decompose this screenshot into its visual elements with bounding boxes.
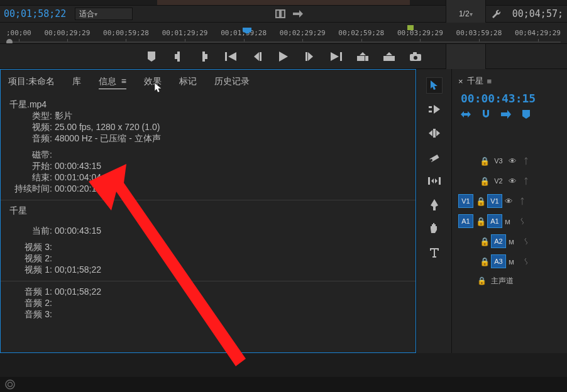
chevron-down-icon xyxy=(94,9,97,18)
svg-marker-35 xyxy=(461,111,471,117)
panel-menu-icon[interactable]: ≡ xyxy=(121,76,126,86)
svg-marker-26 xyxy=(429,130,432,136)
add-marker-button[interactable] xyxy=(145,50,158,63)
timeline-toolbar xyxy=(456,109,567,120)
timeline-title[interactable]: 千星 xyxy=(467,75,483,87)
eye-icon[interactable]: 👁 xyxy=(509,177,521,186)
overwrite-button[interactable] xyxy=(383,50,395,63)
source-a1[interactable]: A1 xyxy=(458,214,473,228)
eye-icon[interactable]: 👁 xyxy=(505,197,517,206)
tab-history[interactable]: 历史记录 xyxy=(214,76,250,89)
track-select-tool[interactable] xyxy=(427,102,442,117)
svg-marker-37 xyxy=(507,110,511,119)
track-row-v2[interactable]: 🔒 V2 👁 ᛏ xyxy=(456,172,567,190)
tab-project[interactable]: 项目:未命名 xyxy=(8,76,55,89)
svg-marker-4 xyxy=(299,10,303,18)
lock-icon[interactable]: 🔒 xyxy=(480,257,488,266)
duration-timecode-right: 00;04;57; xyxy=(507,8,563,19)
linked-selection-icon[interactable] xyxy=(500,109,512,120)
timeline-panel: × 千星 ≡ 00:00:43:15 🔒 V3 👁 ᛏ 🔒 V2 👁 xyxy=(451,69,567,353)
step-forward-button[interactable] xyxy=(304,50,316,63)
go-to-out-button[interactable] xyxy=(330,50,343,63)
svg-rect-1 xyxy=(277,11,279,17)
snap-icon[interactable] xyxy=(460,109,472,120)
lock-icon[interactable]: 🔒 xyxy=(476,217,485,226)
svg-marker-6 xyxy=(228,52,236,61)
step-back-button[interactable] xyxy=(251,50,263,63)
tab-info[interactable]: 信息 ≡ xyxy=(99,76,126,89)
playhead[interactable] xyxy=(243,28,251,34)
lock-icon[interactable]: 🔒 xyxy=(480,156,488,166)
svg-point-38 xyxy=(6,380,14,389)
svg-rect-36 xyxy=(501,112,507,116)
time-ruler[interactable]: ;00;00 00;00;29;29 00;00;59;28 00;01;29;… xyxy=(0,23,567,44)
mark-in-button[interactable] xyxy=(172,50,184,63)
pen-tool[interactable] xyxy=(427,197,442,212)
mouse-cursor-icon xyxy=(154,82,163,94)
svg-point-30 xyxy=(430,159,432,161)
svg-rect-8 xyxy=(260,52,261,61)
tab-library[interactable]: 库 xyxy=(72,76,81,89)
type-tool[interactable] xyxy=(427,245,442,260)
svg-rect-13 xyxy=(340,52,342,61)
track-label-v2[interactable]: V2 xyxy=(491,174,506,188)
track-row-v1[interactable]: V1 🔒 V1 👁 ᛏ xyxy=(456,192,567,210)
razor-tool[interactable] xyxy=(427,150,442,165)
current-timecode-left[interactable]: 00;01;58;22 xyxy=(4,8,71,19)
svg-rect-5 xyxy=(225,52,227,61)
timeline-timecode[interactable]: 00:00:43:15 xyxy=(456,87,567,109)
svg-marker-18 xyxy=(386,52,392,55)
markers-icon[interactable] xyxy=(520,109,532,120)
go-to-in-button[interactable] xyxy=(224,50,237,63)
svg-rect-10 xyxy=(306,52,307,61)
reel-icon[interactable] xyxy=(273,8,287,20)
lock-icon[interactable]: 🔒 xyxy=(477,276,486,285)
sequence-name: 千星 xyxy=(9,205,407,217)
track-row-v3[interactable]: 🔒 V3 👁 ᛏ xyxy=(456,151,567,170)
creative-cloud-icon[interactable] xyxy=(5,379,15,389)
svg-rect-31 xyxy=(428,177,430,185)
svg-point-39 xyxy=(8,383,13,387)
svg-rect-2 xyxy=(282,11,284,17)
ripple-edit-tool[interactable] xyxy=(427,126,442,141)
svg-marker-16 xyxy=(360,52,366,55)
source-v1[interactable]: V1 xyxy=(458,194,473,208)
svg-rect-24 xyxy=(429,111,432,112)
mark-out-button[interactable] xyxy=(198,50,211,63)
zoom-dropdown[interactable]: 适合 xyxy=(75,8,133,20)
scrub-handle[interactable] xyxy=(6,39,13,44)
eye-icon[interactable]: 👁 xyxy=(509,156,521,166)
svg-rect-15 xyxy=(365,56,368,61)
svg-rect-17 xyxy=(383,56,395,61)
track-label-v3[interactable]: V3 xyxy=(491,154,506,168)
play-button[interactable] xyxy=(277,50,290,63)
panel-menu-icon[interactable]: ≡ xyxy=(487,77,492,86)
tab-markers[interactable]: 标记 xyxy=(179,76,197,89)
slip-tool[interactable] xyxy=(427,173,442,188)
track-label-a3[interactable]: A3 xyxy=(491,254,506,268)
svg-rect-14 xyxy=(357,56,365,61)
scrub-bar[interactable] xyxy=(6,41,561,43)
hand-tool[interactable] xyxy=(427,221,442,236)
insert-button[interactable] xyxy=(356,50,369,63)
mute-icon[interactable]: м xyxy=(505,217,517,226)
selection-tool[interactable] xyxy=(427,78,442,93)
track-label-a2[interactable]: A2 xyxy=(491,234,506,248)
magnet-icon[interactable] xyxy=(480,109,492,120)
track-row-a3[interactable]: 🔒 A3 м ᛊ xyxy=(456,252,567,271)
mute-icon[interactable]: м xyxy=(509,237,521,246)
export-frame-button[interactable] xyxy=(409,50,422,63)
wrench-icon[interactable] xyxy=(490,8,504,20)
track-label-v1[interactable]: V1 xyxy=(487,194,502,208)
master-track[interactable]: 🔒 主声道 xyxy=(456,272,567,290)
close-icon[interactable]: × xyxy=(458,77,463,86)
track-row-a1[interactable]: A1 🔒 A1 м ᛊ xyxy=(456,212,567,231)
out-icon[interactable] xyxy=(291,8,305,20)
track-row-a2[interactable]: 🔒 A2 м ᛊ xyxy=(456,232,567,251)
info-panel: 项目:未命名 库 信息 ≡ 效果 标记 历史记录 千星.mp4 类型:影片 视频… xyxy=(0,69,416,353)
lock-icon[interactable]: 🔒 xyxy=(480,177,488,186)
lock-icon[interactable]: 🔒 xyxy=(480,237,488,246)
track-label-a1[interactable]: A1 xyxy=(487,214,502,228)
lock-icon[interactable]: 🔒 xyxy=(476,197,485,206)
mute-icon[interactable]: м xyxy=(509,257,521,266)
